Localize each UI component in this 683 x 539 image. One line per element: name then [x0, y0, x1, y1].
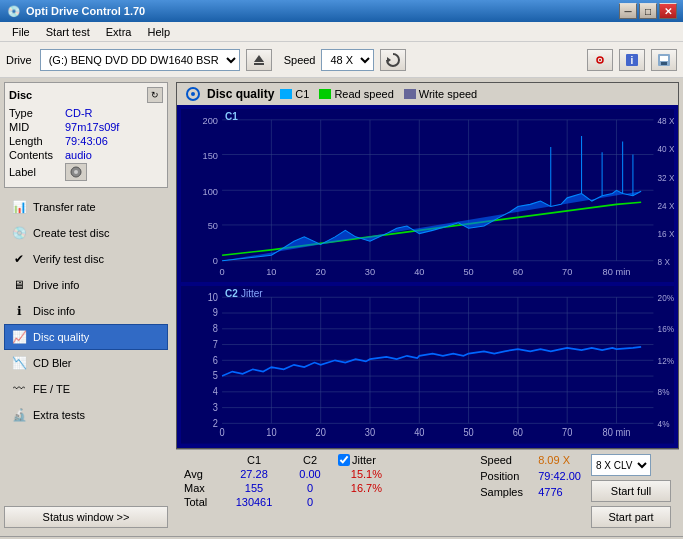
nav-label-verify-test-disc: Verify test disc — [33, 253, 104, 265]
jitter-checkbox[interactable] — [338, 454, 350, 466]
charts-area: 200 150 100 50 0 0 10 20 30 40 50 60 70 — [177, 105, 678, 448]
svg-rect-9 — [661, 62, 667, 65]
nav-item-cd-bler[interactable]: 📉CD Bler — [4, 350, 168, 376]
chart2-jitter-label: Jitter — [241, 288, 263, 299]
nav-item-fe-te[interactable]: 〰FE / TE — [4, 376, 168, 402]
app-title: Opti Drive Control 1.70 — [26, 5, 619, 17]
svg-marker-0 — [254, 55, 264, 62]
stats-header-c1: C1 — [226, 454, 282, 466]
svg-text:50: 50 — [208, 220, 218, 231]
nav-item-disc-quality[interactable]: 📈Disc quality — [4, 324, 168, 350]
disc-title: Disc — [9, 89, 32, 101]
save-button[interactable] — [651, 49, 677, 71]
refresh-button[interactable] — [380, 49, 406, 71]
nav-items: 📊Transfer rate💿Create test disc✔Verify t… — [4, 194, 168, 428]
svg-text:50: 50 — [463, 266, 473, 277]
window-controls: ─ □ ✕ — [619, 3, 677, 19]
close-button[interactable]: ✕ — [659, 3, 677, 19]
svg-text:20: 20 — [316, 427, 327, 438]
left-panel: Disc ↻ Type CD-R MID 97m17s09f Length 79… — [0, 78, 172, 536]
maximize-button[interactable]: □ — [639, 3, 657, 19]
status-window-button[interactable]: Status window >> — [4, 506, 168, 528]
svg-point-13 — [191, 92, 195, 96]
position-key: Position — [480, 470, 534, 482]
svg-text:7: 7 — [213, 339, 218, 350]
svg-text:40: 40 — [414, 266, 424, 277]
menu-file[interactable]: File — [4, 24, 38, 40]
speed-value: 8.09 X — [538, 454, 570, 466]
svg-rect-53 — [181, 286, 674, 444]
svg-text:6: 6 — [213, 355, 218, 366]
disc-type-value: CD-R — [65, 107, 93, 119]
svg-text:8%: 8% — [658, 387, 670, 397]
svg-text:30: 30 — [365, 427, 376, 438]
disc-length-label: Length — [9, 135, 65, 147]
minimize-button[interactable]: ─ — [619, 3, 637, 19]
nav-icon-disc-quality: 📈 — [11, 329, 27, 345]
action-buttons: 8 X CLV 16 X CLV 24 X CLV 48 X CLV Start… — [591, 454, 671, 528]
legend-write-speed-label: Write speed — [419, 88, 478, 100]
main-area: Disc ↻ Type CD-R MID 97m17s09f Length 79… — [0, 78, 683, 536]
menu-bar: File Start test Extra Help — [0, 22, 683, 42]
svg-text:i: i — [631, 55, 634, 66]
svg-text:70: 70 — [562, 266, 572, 277]
start-part-button[interactable]: Start part — [591, 506, 671, 528]
start-full-button[interactable]: Start full — [591, 480, 671, 502]
svg-text:80 min: 80 min — [603, 266, 631, 277]
settings-button[interactable] — [587, 49, 613, 71]
menu-extra[interactable]: Extra — [98, 24, 140, 40]
drive-select[interactable]: (G:) BENQ DVD DD DW1640 BSRB — [40, 49, 240, 71]
svg-text:9: 9 — [213, 307, 218, 318]
nav-icon-extra-tests: 🔬 — [11, 407, 27, 423]
stats-avg-label: Avg — [184, 468, 218, 480]
stats-total-c2: 0 — [290, 496, 330, 508]
menu-help[interactable]: Help — [139, 24, 178, 40]
nav-icon-verify-test-disc: ✔ — [11, 251, 27, 267]
disc-section: Disc ↻ Type CD-R MID 97m17s09f Length 79… — [4, 82, 168, 188]
chart2-container: 10 9 8 7 6 5 4 3 2 0 10 20 30 4 — [181, 286, 674, 444]
chart2-svg: 10 9 8 7 6 5 4 3 2 0 10 20 30 4 — [181, 286, 674, 444]
nav-item-drive-info[interactable]: 🖥Drive info — [4, 272, 168, 298]
svg-text:12%: 12% — [658, 356, 674, 366]
nav-label-extra-tests: Extra tests — [33, 409, 85, 421]
clv-select[interactable]: 8 X CLV 16 X CLV 24 X CLV 48 X CLV — [591, 454, 651, 476]
menu-start-test[interactable]: Start test — [38, 24, 98, 40]
svg-point-11 — [74, 170, 78, 174]
disc-type-row: Type CD-R — [9, 107, 163, 119]
disc-mid-value: 97m17s09f — [65, 121, 119, 133]
nav-item-disc-info[interactable]: ℹDisc info — [4, 298, 168, 324]
legend-read-speed-color — [319, 89, 331, 99]
samples-stat: Samples 4776 — [480, 486, 581, 498]
speed-select[interactable]: 48 X 32 X 24 X 16 X 8 X — [321, 49, 374, 71]
samples-value: 4776 — [538, 486, 562, 498]
speed-label: Speed — [284, 54, 316, 66]
disc-contents-value: audio — [65, 149, 92, 161]
stats-header-c2: C2 — [290, 454, 330, 466]
nav-item-extra-tests[interactable]: 🔬Extra tests — [4, 402, 168, 428]
jitter-checkbox-container: Jitter — [338, 454, 376, 466]
nav-item-create-test-disc[interactable]: 💿Create test disc — [4, 220, 168, 246]
nav-item-verify-test-disc[interactable]: ✔Verify test disc — [4, 246, 168, 272]
nav-icon-fe-te: 〰 — [11, 381, 27, 397]
drive-eject-button[interactable] — [246, 49, 272, 71]
stats-header-row: C1 C2 Jitter — [184, 454, 382, 466]
svg-text:16 X: 16 X — [658, 229, 674, 239]
chart1-svg: 200 150 100 50 0 0 10 20 30 40 50 60 70 — [181, 109, 674, 282]
nav-item-transfer-rate[interactable]: 📊Transfer rate — [4, 194, 168, 220]
info-button[interactable]: i — [619, 49, 645, 71]
disc-refresh-button[interactable]: ↻ — [147, 87, 163, 103]
stats-total-c1: 130461 — [226, 496, 282, 508]
drive-label: Drive — [6, 54, 32, 66]
nav-icon-drive-info: 🖥 — [11, 277, 27, 293]
disc-label-label: Label — [9, 166, 65, 178]
svg-text:8: 8 — [213, 323, 218, 334]
svg-text:0: 0 — [213, 255, 218, 266]
disc-label-icon-button[interactable] — [65, 163, 87, 181]
stats-max-c2: 0 — [290, 482, 330, 494]
svg-text:20%: 20% — [658, 293, 674, 303]
svg-text:5: 5 — [213, 370, 218, 381]
svg-point-4 — [599, 59, 601, 61]
stats-avg-c2: 0.00 — [290, 468, 330, 480]
nav-label-transfer-rate: Transfer rate — [33, 201, 96, 213]
chart2-label: C2 — [225, 288, 238, 299]
